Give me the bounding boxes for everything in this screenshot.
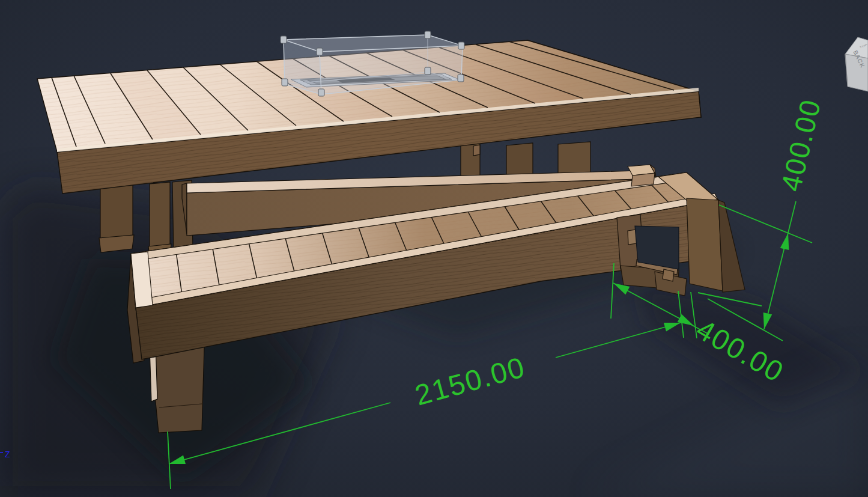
cad-viewport-canvas[interactable]: 2150.00 400.00 400.00 BACK TOP — [0, 0, 868, 497]
bench-leg-opening — [635, 226, 679, 269]
cad-viewport[interactable]: 2150.00 400.00 400.00 BACK TOP — [0, 0, 868, 497]
z-axis-label: Z — [5, 450, 10, 459]
